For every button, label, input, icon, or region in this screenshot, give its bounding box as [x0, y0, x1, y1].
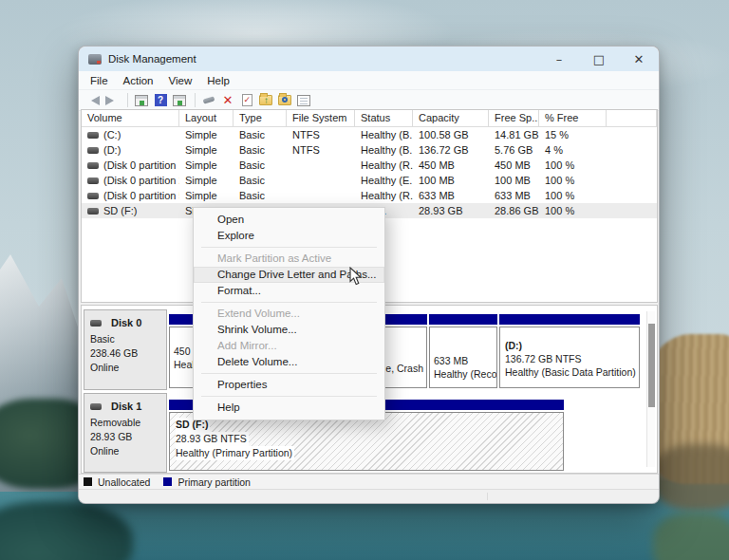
volume-icon	[87, 147, 99, 154]
toolbar-separator	[195, 93, 196, 107]
delete-icon[interactable]: ✕	[219, 92, 236, 108]
details-view-icon[interactable]	[295, 92, 312, 108]
menu-item-add-mirror: Add Mirror...	[194, 338, 384, 354]
partition-disk0-d[interactable]: (D:) 136.72 GB NTFS Healthy (Basic Data …	[499, 327, 640, 388]
volume-icon	[87, 132, 99, 139]
pampas-grass-base	[653, 444, 729, 511]
table-row[interactable]: (Disk 0 partition 5)	[82, 188, 179, 203]
forward-icon[interactable]	[103, 92, 121, 108]
mouse-cursor	[349, 267, 363, 286]
menu-item-open[interactable]: Open	[194, 212, 384, 228]
console-window-icon[interactable]	[171, 92, 188, 108]
menu-separator	[201, 247, 377, 248]
menu-bar: File Action View Help	[79, 71, 659, 90]
table-row[interactable]: (C:)	[82, 127, 179, 142]
legend-unallocated-label: Unallocated	[98, 476, 150, 488]
menu-separator	[201, 373, 377, 374]
legend-primary-label: Primary partition	[178, 476, 250, 488]
console-window-icon[interactable]	[133, 92, 150, 108]
vertical-scrollbar[interactable]	[646, 311, 655, 467]
disk0-label[interactable]: Disk 0 Basic 238.46 GB Online	[84, 309, 167, 390]
check-document-icon[interactable]	[238, 92, 255, 108]
menu-file[interactable]: File	[83, 75, 116, 86]
menu-item-help[interactable]: Help	[194, 400, 384, 416]
back-icon[interactable]	[84, 92, 102, 108]
table-row[interactable]: (D:)	[82, 142, 179, 158]
menu-item-mark-partition-active: Mark Partition as Active	[194, 251, 384, 267]
scrollbar-thumb[interactable]	[648, 324, 655, 407]
legend-primary-swatch	[163, 477, 172, 486]
menu-item-shrink-volume[interactable]: Shrink Volume...	[194, 322, 384, 338]
table-row[interactable]: (Disk 0 partition 2)	[82, 173, 179, 188]
toolbar: ? ✕ ↑	[79, 90, 659, 111]
app-icon	[88, 54, 102, 65]
volume-table: Volume Layout Type File System Status Ca…	[82, 110, 657, 218]
menu-separator	[201, 302, 377, 303]
column-header-pctfree[interactable]: % Free	[539, 110, 607, 127]
volume-icon	[87, 162, 99, 169]
partition-disk0-recovery2[interactable]: 633 MB Healthy (Recov	[429, 327, 497, 388]
folder-search-icon[interactable]	[276, 92, 293, 108]
menu-help[interactable]: Help	[199, 75, 237, 86]
column-header-freespace[interactable]: Free Sp...	[489, 110, 539, 127]
maximize-button[interactable]: □	[579, 47, 619, 71]
menu-item-properties[interactable]: Properties	[194, 377, 384, 393]
partition-color-bar	[429, 314, 497, 325]
volume-icon	[87, 208, 99, 215]
menu-item-explore[interactable]: Explore	[194, 228, 384, 244]
titlebar[interactable]: Disk Management – □ ✕	[79, 47, 659, 71]
legend-bar: Unallocated Primary partition	[79, 474, 659, 489]
table-row[interactable]: (Disk 0 partition 1)	[82, 158, 179, 173]
volume-icon	[87, 177, 99, 184]
disk1-label[interactable]: Disk 1 Removable 28.93 GB Online	[84, 393, 167, 473]
volume-context-menu: Open Explore Mark Partition as Active Ch…	[193, 207, 385, 420]
minimize-button[interactable]: –	[539, 47, 579, 71]
status-bar	[79, 489, 659, 503]
menu-action[interactable]: Action	[116, 75, 161, 86]
volume-icon	[87, 193, 99, 199]
menu-item-delete-volume[interactable]: Delete Volume...	[194, 354, 384, 370]
window-title: Disk Management	[108, 53, 196, 65]
help-icon[interactable]: ?	[152, 92, 169, 108]
column-header-status[interactable]: Status	[355, 110, 413, 127]
column-header-volume[interactable]: Volume	[82, 110, 179, 127]
reeds	[653, 513, 729, 560]
close-button[interactable]: ✕	[619, 47, 659, 71]
legend-unallocated-swatch	[84, 477, 92, 486]
menu-item-extend-volume: Extend Volume...	[194, 306, 384, 322]
menu-view[interactable]: View	[161, 75, 200, 86]
partition-disk1-sd-f[interactable]: SD (F:) 28.93 GB NTFS Healthy (Primary P…	[169, 412, 564, 471]
pointer-tool-icon[interactable]	[200, 92, 217, 108]
toolbar-separator	[127, 93, 128, 107]
disk-icon	[90, 320, 102, 327]
column-header-filler	[607, 110, 657, 127]
column-header-layout[interactable]: Layout	[179, 110, 234, 127]
partition-color-bar	[499, 314, 640, 325]
column-header-capacity[interactable]: Capacity	[413, 110, 489, 127]
shore-grass	[0, 501, 133, 560]
folder-export-icon[interactable]: ↑	[257, 92, 274, 108]
column-header-filesystem[interactable]: File System	[287, 110, 355, 127]
menu-separator	[201, 396, 377, 397]
disk-icon	[90, 403, 102, 410]
column-header-type[interactable]: Type	[234, 110, 287, 127]
status-bar-divider	[487, 493, 488, 500]
